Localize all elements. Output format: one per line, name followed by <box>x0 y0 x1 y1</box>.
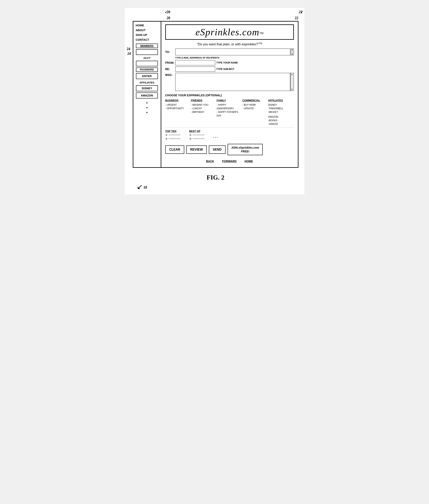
from-hint: TYPE YOUR NAME <box>216 61 238 64</box>
top-ten-header[interactable]: TOP TEN <box>165 130 185 133</box>
scroll-up-arrow: ▲ <box>291 49 293 51</box>
family-item-2: - HAPPY FATHER'S DAY <box>217 110 242 117</box>
top-ten-section: TOP TEN ① ② <box>165 130 185 141</box>
top-ten-item-2: ② <box>165 137 185 140</box>
tagline: "Do you want that plain, or with esprink… <box>165 42 294 46</box>
tagline-tm: TM <box>259 42 262 45</box>
esprinkles-header: CHOOSE YOUR ESPRINKLES (OPTIONAL) <box>165 94 294 97</box>
acct-label: ACCT <box>143 56 150 60</box>
clear-button[interactable]: CLEAR <box>165 145 184 154</box>
arrow-18: ↙ <box>137 183 143 190</box>
commercial-item-2: - UPDATE! <box>242 107 268 110</box>
to-input-container: ▲ ▼ <box>175 49 294 55</box>
top-ten-line-1 <box>168 135 180 135</box>
top-ten-line-2 <box>168 139 180 139</box>
affiliates-header[interactable]: AFFILIATES <box>268 99 294 102</box>
fig-label-20: 20 <box>167 16 170 20</box>
ellipsis: ... <box>213 135 219 139</box>
label-24-pos: 24 <box>127 52 131 56</box>
re-input[interactable] <box>175 66 215 72</box>
members-label: MEMBERS <box>136 44 158 48</box>
sidebar-dots: ••• <box>146 100 148 115</box>
business-item-1: - URGENT <box>165 103 191 107</box>
sidebar-nav-about[interactable]: ABOUT <box>135 28 159 32</box>
to-input[interactable] <box>175 49 290 55</box>
commercial-item-1: - BUY NOW! <box>242 103 268 107</box>
msg-scroll-up: ▲ <box>291 73 293 75</box>
disney-button[interactable]: DISNEY <box>136 85 158 91</box>
best-of-num-2: ② <box>189 137 192 140</box>
best-of-section: BEST OF ① ② <box>189 130 209 141</box>
fig-label-22: 22 <box>295 16 298 20</box>
logo-tm: TM <box>259 32 263 35</box>
review-button[interactable]: REVIEW <box>186 145 207 154</box>
aff-videos: -VIDEOS <box>268 122 294 126</box>
friends-item-2: - LUNCH? <box>191 107 217 110</box>
home-link[interactable]: HOME <box>245 160 253 163</box>
to-hint: TYPE E-MAIL ADDRRESS OF RECIPIENTS <box>175 56 294 59</box>
top-ten-item-1: ① <box>165 134 185 136</box>
acct-input[interactable] <box>136 61 158 66</box>
sidebar-nav-signup[interactable]: SIGN UP <box>135 33 159 37</box>
bracket-22-arrow: ↙ <box>300 9 303 14</box>
to-row: TO: ▲ ▼ <box>165 49 294 55</box>
bracket-20-arrow: ↙ <box>165 9 168 14</box>
back-link[interactable]: BACK <box>206 160 214 163</box>
password-label: PASSWORD <box>136 68 158 72</box>
label-18-area: ↙ 18 <box>137 183 298 190</box>
family-header[interactable]: FAMILY <box>217 99 242 102</box>
best-of-num-1: ① <box>189 134 192 136</box>
category-commercial: COMMERCIAL - BUY NOW! - UPDATE! <box>242 99 268 126</box>
business-header[interactable]: BUSINESS <box>165 99 191 102</box>
category-business: BUSINESS - URGENT - OPPORTUNITY <box>165 99 191 126</box>
categories-row: BUSINESS - URGENT - OPPORTUNITY FRIENDS … <box>165 99 294 128</box>
from-row: FROM: TYPE YOUR NAME <box>165 60 294 65</box>
aff-amazon: AMAZON <box>268 115 294 119</box>
best-of-line-2 <box>193 139 204 139</box>
friends-header[interactable]: FRIENDS <box>191 99 217 102</box>
category-affiliates: AFFILIATES DISNEY -TINKERBELL -MICKEY AM… <box>268 99 294 126</box>
msg-textarea-container: ▲ ▼ <box>175 73 294 92</box>
business-item-2: - OPPORTUNITY <box>165 107 191 110</box>
affiliates-label: AFFILIATES <box>140 81 154 84</box>
re-hint: TYPE SUBJECT <box>216 68 235 71</box>
send-button[interactable]: SEND <box>209 145 226 154</box>
re-label: RE: <box>165 68 175 71</box>
lists-row: TOP TEN ① ② BEST OF ① <box>165 130 294 141</box>
msg-scroll-down: ▼ <box>291 88 293 90</box>
category-friends: FRIENDS - MISSING YOU - LUNCH? - BIRTHDA… <box>191 99 217 126</box>
main-content-area: 24 HOME ABOUT SIGN UP CONTACT MEMBERS AC… <box>133 21 298 168</box>
aff-disney: DISNEY <box>268 103 294 107</box>
msg-textarea[interactable] <box>175 73 290 91</box>
aff-tinkerbell: -TINKERBELL <box>268 107 294 110</box>
join-button[interactable]: JOIN eSprinkles.comFREE! <box>228 144 263 155</box>
sidebar-nav-home[interactable]: HOME <box>135 24 159 27</box>
fig-label: FIG. 2 <box>133 174 298 181</box>
to-scrollbar[interactable]: ▲ ▼ <box>291 49 294 55</box>
logo-text: eSprinkles.com <box>195 27 259 37</box>
amazon-button[interactable]: AMAZON <box>136 92 158 99</box>
re-row: RE: TYPE SUBJECT <box>165 66 294 72</box>
from-input[interactable] <box>175 60 215 65</box>
sidebar-nav-contact[interactable]: CONTACT <box>135 38 159 42</box>
aff-mickey: -MICKEY <box>268 110 294 114</box>
to-label: TO: <box>165 50 175 54</box>
from-label: FROM: <box>165 61 175 64</box>
msg-row: MSG: ▲ ▼ <box>165 73 294 92</box>
enter-button[interactable]: ENTER <box>136 73 158 79</box>
logo-area: eSprinkles.comTM <box>165 24 294 40</box>
aff-books: -BOOKS <box>268 119 294 122</box>
label-18: 18 <box>144 185 147 189</box>
members-input[interactable] <box>136 49 158 55</box>
best-of-line-1 <box>193 135 204 135</box>
best-of-item-1: ① <box>189 134 209 136</box>
scroll-down-arrow: ▼ <box>291 53 293 55</box>
sidebar: 24 HOME ABOUT SIGN UP CONTACT MEMBERS AC… <box>133 22 161 167</box>
best-of-item-2: ② <box>189 137 209 140</box>
best-of-header[interactable]: BEST OF <box>189 130 209 133</box>
forward-link[interactable]: FORWARD <box>222 160 236 163</box>
top-ten-num-2: ② <box>165 137 168 140</box>
commercial-header[interactable]: COMMERCIAL <box>242 99 268 102</box>
category-family: FAMILY - HAPPY ANNIVERSARY - HAPPY FATHE… <box>217 99 242 126</box>
msg-scrollbar[interactable]: ▲ ▼ <box>290 73 294 91</box>
